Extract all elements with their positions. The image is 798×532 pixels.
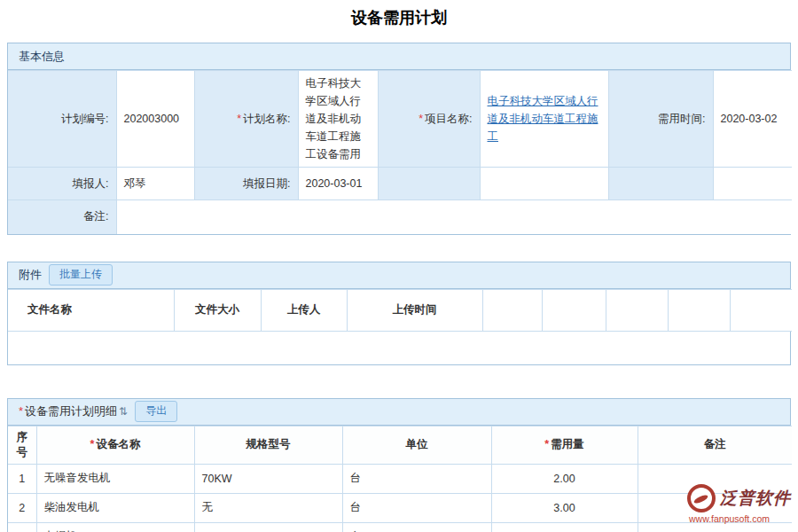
brand-url: www.fanpusoft.com [687,513,770,524]
table-row: 3 电焊机 5KW 台 1.00 [8,522,792,532]
required-mark: * [90,438,95,450]
details-title: 设备需用计划明细 [25,404,117,418]
fanpu-logo: 泛普软件 www.fanpusoft.com [687,484,791,524]
col-file-name: 文件名称 [8,289,174,331]
required-mark: * [237,113,241,125]
cell-model: 70KW [194,464,342,493]
attachments-title: 附件 [19,267,42,283]
filler-value: 邓琴 [116,168,194,200]
cell-unit: 台 [342,522,491,532]
fill-date-label: 填报日期: [243,177,290,190]
col-empty [542,289,606,331]
details-table: 序号 *设备名称 规格型号 单位 *需用量 备注 1 无噪音发电机 70KW 台… [8,426,792,532]
plan-name-label-cell: *计划名称: [194,71,298,168]
remark-label: 备注: [83,210,108,223]
empty-value-cell [480,168,608,200]
cell-seq: 1 [8,464,36,493]
empty-label-cell [608,168,713,200]
fill-date-value: 2020-03-01 [298,168,378,200]
table-row: 1 无噪音发电机 70KW 台 2.00 [8,464,792,493]
need-time-value: 2020-03-02 [713,71,792,168]
basic-info-section: 基本信息 计划编号: 202003000 *计划名称: 电子科技大学区域人行道及… [7,43,791,235]
col-unit: 单位 [342,426,491,464]
project-name-label-cell: *项目名称: [378,71,480,168]
col-quantity: *需用量 [491,426,638,464]
basic-info-header: 基本信息 [8,43,790,70]
cell-quantity: 2.00 [491,464,638,493]
project-name-cell: 电子科技大学区域人行道及非机动车道工程施工 [480,71,608,168]
col-seq: 序号 [8,426,36,464]
plan-name-label: 计划名称: [243,113,290,125]
col-equipment-name: *设备名称 [36,426,194,464]
attachments-empty-area [8,332,790,364]
plan-no-label: 计划编号: [61,113,108,125]
details-section: *设备需用计划明细⇅ 导出 序号 *设备名称 规格型号 单位 *需用量 备注 1… [7,398,791,532]
need-time-label: 需用时间: [658,113,705,125]
cell-quantity: 1.00 [491,522,638,532]
details-header: *设备需用计划明细⇅ 导出 [8,399,790,426]
project-name-label: 项目名称: [425,113,472,125]
required-mark: * [544,438,549,450]
col-upload-time: 上传时间 [347,289,482,331]
details-header-row: 序号 *设备名称 规格型号 单位 *需用量 备注 [8,426,792,464]
basic-info-table: 计划编号: 202003000 *计划名称: 电子科技大学区域人行道及非机动车道… [8,70,792,234]
cell-unit: 台 [342,464,491,493]
required-mark: * [419,113,423,125]
attachments-header: 附件 批量上传 [8,262,790,289]
plan-name-value: 电子科技大学区域人行道及非机动车道工程施工设备需用 [298,71,378,168]
remark-label-cell: 备注: [8,200,116,234]
cell-quantity: 3.00 [491,493,638,522]
cell-model: 无 [194,493,342,522]
brand-name: 泛普软件 [720,487,791,510]
attachments-table: 文件名称 文件大小 上传人 上传时间 [8,289,792,332]
col-empty [730,289,792,331]
cell-seq: 3 [8,522,36,532]
filler-label-cell: 填报人: [8,168,116,200]
fanpu-logo-icon [687,484,716,512]
filler-label: 填报人: [73,177,109,190]
project-name-link[interactable]: 电子科技大学区域人行道及非机动车道工程施工 [488,95,598,143]
col-model: 规格型号 [194,426,342,464]
need-time-label-cell: 需用时间: [608,71,713,168]
basic-info-title: 基本信息 [19,49,65,65]
fill-date-label-cell: 填报日期: [194,168,298,200]
cell-equipment-name: 电焊机 [36,522,194,532]
plan-no-label-cell: 计划编号: [8,71,116,168]
empty-value-cell [713,168,792,200]
cell-seq: 2 [8,493,36,522]
cell-model: 5KW [194,522,342,532]
export-button[interactable]: 导出 [135,401,177,422]
cell-unit: 台 [342,493,491,522]
cell-equipment-name: 柴油发电机 [36,493,194,522]
batch-upload-button[interactable]: 批量上传 [49,264,113,286]
col-remark: 备注 [638,426,792,464]
col-empty [668,289,730,331]
col-file-size: 文件大小 [174,289,261,331]
plan-no-value: 202003000 [116,71,194,168]
col-empty [482,289,542,331]
plan-name-text: 电子科技大学区域人行道及非机动车道工程施工设备需用 [306,74,371,163]
cell-equipment-name: 无噪音发电机 [36,464,194,493]
remark-value [116,200,792,234]
col-uploader: 上传人 [261,289,347,331]
table-row: 2 柴油发电机 无 台 3.00 [8,493,792,522]
empty-label-cell [378,168,480,200]
required-mark: * [19,404,23,418]
attachments-section: 附件 批量上传 文件名称 文件大小 上传人 上传时间 [7,262,791,365]
page-title: 设备需用计划 [0,0,798,39]
sort-icon[interactable]: ⇅ [119,405,128,418]
col-empty [606,289,668,331]
